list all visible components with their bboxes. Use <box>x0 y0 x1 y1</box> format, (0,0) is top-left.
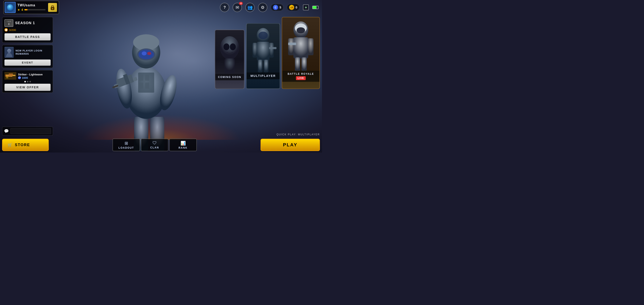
right-panel-modes: COMING SOON <box>215 17 320 89</box>
offer-price-row: CP 1600 <box>18 76 51 80</box>
svg-point-32 <box>220 36 239 60</box>
tier-label: TIER <box>6 20 11 22</box>
mail-icon: ✉ <box>236 5 239 10</box>
header: TWUsama ★ 4 ? <box>0 0 322 15</box>
settings-button[interactable]: ⚙ <box>258 3 267 12</box>
left-panel: TIER I SEASON 1 ⬤ 0/200 BATTLE PASS <box>2 17 53 93</box>
multiplayer-footer: MULTIPLAYER <box>246 72 280 79</box>
soldier-character <box>80 0 212 152</box>
offer-card: Striker - Lightwave CP 1600 VIEW OFFER <box>2 70 53 93</box>
svg-point-7 <box>133 34 159 50</box>
svg-rect-16 <box>145 82 149 89</box>
svg-rect-30 <box>12 75 16 76</box>
help-icon: ? <box>224 5 226 10</box>
multiplayer-card[interactable]: MULTIPLAYER <box>246 23 280 89</box>
chat-input[interactable] <box>10 128 51 134</box>
multiplayer-label: MULTIPLAYER <box>248 74 278 78</box>
offer-dots <box>4 81 51 82</box>
player-info-panel: TWUsama ★ 4 <box>4 1 59 14</box>
svg-rect-35 <box>224 58 235 73</box>
svg-point-11 <box>147 52 151 55</box>
svg-rect-28 <box>9 74 13 76</box>
store-label: STORE <box>15 143 30 147</box>
svg-rect-14 <box>145 74 149 81</box>
battle-pass-button[interactable]: BATTLE PASS <box>4 33 51 40</box>
svg-rect-40 <box>258 60 262 72</box>
offer-price-value: 1600 <box>22 76 28 80</box>
svg-point-34 <box>230 44 236 50</box>
offer-name: Striker - Lightwave <box>18 73 42 76</box>
loadout-label: LOADOUT <box>118 146 134 149</box>
svg-rect-41 <box>264 60 268 72</box>
svg-rect-38 <box>252 43 257 58</box>
friends-icon: 👥 <box>248 5 253 10</box>
cp-currency-value: 0 <box>296 6 297 9</box>
play-label: PLAY <box>283 142 298 148</box>
loadout-button[interactable]: ⊞ LOADOUT <box>112 138 140 151</box>
offer-info: Striker - Lightwave CP 1600 <box>18 72 51 80</box>
svg-rect-39 <box>269 43 274 58</box>
svg-rect-15 <box>139 82 143 89</box>
battle-royale-label: BATTLE ROYALE LIVE <box>284 72 318 80</box>
bp-xp-row: ⬤ 0/200 <box>4 28 51 32</box>
star-icon: ★ <box>17 8 20 12</box>
lock-badge[interactable] <box>48 3 57 12</box>
cp-currency-display[interactable]: CP 0 <box>287 4 300 11</box>
event-card: NEW PLAYER LOGIN REWARDS EVENT <box>2 45 53 68</box>
tier-number: I <box>8 22 9 26</box>
xp-coin-icon: ⬤ <box>4 28 8 32</box>
mail-button[interactable]: ✉ 4 <box>232 3 242 12</box>
gear-icon: ⚙ <box>261 5 264 10</box>
svg-rect-23 <box>52 8 53 9</box>
avatar[interactable] <box>5 2 16 13</box>
c-currency-icon: C <box>273 5 278 10</box>
level-number: 4 <box>22 8 23 12</box>
svg-rect-46 <box>288 38 294 55</box>
battle-pass-card: TIER I SEASON 1 ⬤ 0/200 BATTLE PASS <box>2 17 53 43</box>
mail-badge: 4 <box>239 2 243 5</box>
svg-rect-49 <box>302 58 307 71</box>
header-right: ? ✉ 4 👥 ⚙ C 5 <box>220 3 318 12</box>
xp-bar <box>24 9 46 10</box>
chat-icon: 💬 <box>4 129 9 134</box>
svg-point-51 <box>296 27 305 33</box>
rank-button[interactable]: 📊 RANK <box>169 138 197 151</box>
rank-label: RANK <box>178 146 188 149</box>
svg-point-10 <box>142 52 146 56</box>
offer-header: Striker - Lightwave CP 1600 <box>4 72 51 80</box>
event-header: NEW PLAYER LOGIN REWARDS <box>2 45 53 60</box>
svg-rect-45 <box>294 37 308 58</box>
event-button[interactable]: EVENT <box>4 60 51 66</box>
live-badge: LIVE <box>296 76 306 80</box>
coming-soon-card[interactable]: COMING SOON <box>215 30 244 89</box>
view-offer-button[interactable]: VIEW OFFER <box>4 84 51 91</box>
quick-play-label: QUICK PLAY: MULTIPLAYER <box>276 133 320 136</box>
battle-royale-card[interactable]: BATTLE ROYALE LIVE <box>282 17 320 89</box>
clan-button[interactable]: 🛡 CLAN <box>141 138 168 151</box>
bottom-nav: ⊞ LOADOUT 🛡 CLAN 📊 RANK <box>112 138 197 151</box>
help-button[interactable]: ? <box>220 3 229 12</box>
chat-box: 💬 <box>2 127 53 136</box>
play-button[interactable]: PLAY <box>260 139 320 151</box>
svg-rect-29 <box>6 77 8 78</box>
loadout-icon: ⊞ <box>124 141 128 146</box>
store-button[interactable]: 🛒 STORE <box>2 139 49 151</box>
store-icon: 🛒 <box>8 142 13 147</box>
rank-icon: 📊 <box>180 141 186 146</box>
friends-button[interactable]: 👥 <box>245 3 255 12</box>
svg-point-33 <box>224 44 230 50</box>
clan-icon: 🛡 <box>152 141 157 146</box>
player-details: TWUsama ★ 4 <box>17 4 46 12</box>
coming-soon-label: COMING SOON <box>217 76 242 78</box>
season-title: SEASON 1 <box>15 21 35 25</box>
battle-royale-footer: BATTLE ROYALE LIVE <box>282 71 320 82</box>
add-currency-button[interactable]: + <box>303 4 309 10</box>
svg-point-42 <box>258 32 268 39</box>
svg-rect-52 <box>288 42 296 45</box>
tier-badge: TIER I <box>4 19 13 27</box>
xp-fill <box>24 9 28 10</box>
dot-3 <box>30 81 31 82</box>
c-currency-value: 5 <box>280 6 281 9</box>
dot-1 <box>24 81 26 82</box>
c-currency-display[interactable]: C 5 <box>271 4 284 11</box>
